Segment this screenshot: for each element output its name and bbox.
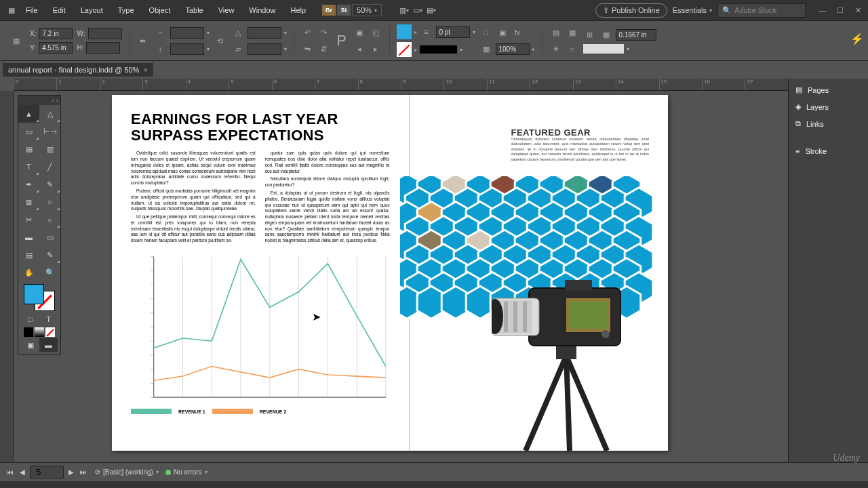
default-colors[interactable] (24, 327, 55, 337)
eyedropper-tool[interactable]: ✎ (39, 246, 60, 264)
rotation-input[interactable] (248, 27, 281, 39)
rotate-ccw-icon[interactable]: ↶ (301, 26, 315, 39)
stroke-style[interactable] (420, 45, 457, 54)
rectangle-frame-tool[interactable]: ⊠ (18, 193, 39, 211)
rotation-icon[interactable]: △ (231, 26, 245, 39)
scale-x-icon[interactable]: ↔ (154, 26, 167, 39)
view-options-icon[interactable]: ▥ ▾ (398, 4, 410, 16)
pencil-tool[interactable]: ✎ (39, 176, 60, 193)
first-page-button[interactable]: ⏮ (5, 468, 15, 477)
select-content-icon[interactable]: ◰ (369, 26, 382, 39)
stock-icon[interactable]: St (337, 5, 351, 16)
menu-edit[interactable]: Edit (46, 3, 73, 17)
line-tool[interactable]: ╱ (39, 158, 60, 176)
preflight-status[interactable]: No errors▾ (165, 468, 208, 476)
stroke-color-swatch[interactable] (397, 42, 412, 57)
opacity-input[interactable] (496, 43, 530, 55)
close-window-button[interactable]: ✕ (853, 5, 863, 15)
y-input[interactable] (39, 42, 73, 54)
fill-stroke-swatches[interactable] (24, 284, 55, 311)
panel-pages[interactable]: ▤Pages (789, 81, 868, 98)
arrange-icon[interactable]: ▤ ▾ (425, 4, 437, 16)
select-container-icon[interactable]: ▣ (353, 26, 366, 39)
hand-tool[interactable]: ✋ (18, 264, 39, 281)
rotate-icon[interactable]: ⟲ (214, 34, 227, 47)
w-input[interactable] (88, 28, 122, 39)
pen-tool[interactable]: ✒ (18, 176, 39, 193)
scale-x-input[interactable] (170, 27, 204, 39)
bridge-icon[interactable]: Br (322, 5, 336, 16)
workspace-selector[interactable]: Essentials▾ (673, 6, 712, 14)
scale-y-icon[interactable]: ↕ (154, 42, 167, 56)
preflight-profile[interactable]: ⟳[Basic] (working)▾ (95, 468, 159, 476)
selection-tool[interactable]: ▲ (18, 105, 39, 123)
gradient-feather-tool[interactable]: ▭ (39, 228, 60, 246)
effects-icon[interactable]: □ (479, 26, 493, 39)
note-tool[interactable]: ▤ (18, 246, 39, 264)
align-icon[interactable]: ☀ (549, 42, 563, 56)
last-page-button[interactable]: ⏭ (79, 468, 88, 477)
document-tab[interactable]: annual report - final design.indd @ 50% … (3, 63, 153, 77)
panel-layers[interactable]: ◈Layers (789, 98, 868, 115)
scale-y-input[interactable] (170, 43, 204, 55)
ellipse-tool[interactable]: ○ (39, 193, 60, 211)
publish-online-button[interactable]: ⇧Publish Online (595, 3, 667, 18)
adobe-stock-search[interactable]: 🔍Adobe Stock (717, 3, 806, 18)
select-next-icon[interactable]: ▸ (369, 42, 382, 56)
free-transform-tool[interactable]: ⟐ (39, 211, 60, 228)
fx-icon[interactable]: fx. (512, 26, 526, 39)
scissors-tool[interactable]: ✂ (18, 211, 39, 228)
menu-object[interactable]: Object (142, 3, 178, 17)
frame-fitting-icon[interactable]: ⊞ (583, 28, 597, 41)
menu-table[interactable]: Table (178, 3, 210, 17)
gradient-swatch-tool[interactable]: ▬ (18, 228, 39, 246)
close-tab-icon[interactable]: × (143, 66, 147, 74)
panel-links[interactable]: ⧉Links (789, 115, 868, 132)
content-placer-tool[interactable]: ▥ (39, 140, 60, 158)
paragraph-icon[interactable]: P (335, 34, 349, 47)
menu-type[interactable]: Type (111, 3, 141, 17)
menu-window[interactable]: Window (242, 3, 282, 17)
reference-point-icon[interactable]: ▦ (7, 31, 26, 50)
x-input[interactable] (39, 28, 73, 39)
text-wrap-none-icon[interactable]: ▤ (549, 26, 563, 39)
content-collector-tool[interactable]: ▤ (18, 140, 39, 158)
flip-h-icon[interactable]: ⇋ (301, 42, 315, 56)
fill-color-swatch[interactable] (397, 24, 412, 39)
text-wrap-bound-icon[interactable]: ▦ (566, 26, 579, 39)
grid-value-input[interactable] (616, 29, 656, 41)
shear-input[interactable] (248, 43, 281, 55)
menu-help[interactable]: Help (283, 3, 313, 17)
normal-mode-icon[interactable]: ▣ (21, 338, 39, 352)
zoom-tool[interactable]: 🔍 (39, 264, 60, 281)
drop-shadow-icon[interactable]: ▣ (496, 26, 509, 39)
h-input[interactable] (86, 42, 120, 54)
zoom-level[interactable]: 50%▾ (352, 4, 382, 16)
preview-mode-icon[interactable]: ▬ (39, 338, 58, 352)
stroke-weight-input[interactable] (436, 26, 470, 38)
quick-apply-icon[interactable]: ⚡ (850, 33, 864, 45)
menu-file[interactable]: File (19, 3, 45, 17)
shear-icon[interactable]: ▱ (231, 42, 245, 56)
minimize-button[interactable]: — (818, 5, 827, 15)
screen-mode-icon[interactable]: ▭ ▾ (412, 4, 424, 16)
formatting-text-icon[interactable]: T (39, 312, 58, 326)
direct-selection-tool[interactable]: △ (39, 105, 60, 123)
page-tool[interactable]: ▭ (18, 123, 39, 140)
menu-view[interactable]: View (212, 3, 241, 17)
flip-v-icon[interactable]: ⇵ (317, 42, 331, 56)
canvas-area[interactable]: 01234567891011121314151617 «× ▲ △ ▭ ⊢⊣ ▤… (0, 79, 788, 462)
rotate-cw-icon[interactable]: ↷ (317, 26, 331, 39)
select-prev-icon[interactable]: ◂ (353, 42, 366, 56)
prev-page-button[interactable]: ◀ (18, 468, 27, 477)
gap-tool[interactable]: ⊢⊣ (39, 123, 60, 140)
next-page-button[interactable]: ▶ (66, 468, 76, 477)
page-number-input[interactable] (30, 466, 64, 479)
close-tools-icon[interactable]: × (56, 98, 59, 104)
scale-icon[interactable]: ⬌ (136, 34, 150, 47)
formatting-container-icon[interactable]: □ (21, 312, 39, 326)
distribute-icon[interactable]: ☼ (566, 42, 579, 56)
gradient-swatch[interactable] (583, 44, 624, 54)
maximize-button[interactable]: ☐ (835, 5, 845, 15)
menu-layout[interactable]: Layout (74, 3, 110, 17)
